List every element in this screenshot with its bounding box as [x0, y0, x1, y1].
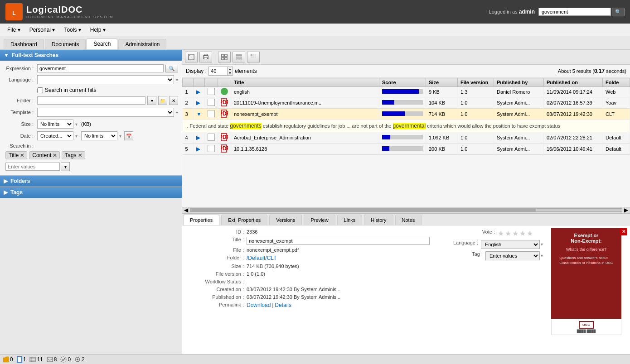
col-file-version[interactable]: File version [458, 78, 494, 87]
thumb-close-btn[interactable]: ✕ [620, 228, 627, 235]
tab-ext-properties[interactable]: Ext. Properties [221, 215, 267, 225]
row-expand[interactable]: ▶ [194, 132, 205, 144]
tab-preview[interactable]: Preview [304, 215, 335, 225]
tab-history[interactable]: History [364, 215, 393, 225]
toolbar-view1-btn[interactable] [185, 52, 198, 62]
row-action-icon[interactable] [204, 109, 218, 120]
expression-input[interactable] [37, 64, 164, 72]
folder-input[interactable] [37, 96, 145, 105]
size-select[interactable]: No limits < 100 KB < 1 MB [37, 120, 73, 129]
row-action-icon[interactable] [204, 87, 218, 97]
display-count-up[interactable]: ▲ [227, 67, 233, 71]
star-1[interactable]: ★ [498, 229, 504, 238]
global-search-area[interactable]: 🔍 [538, 8, 625, 16]
hscroll-track[interactable] [190, 208, 622, 212]
row-expand[interactable]: ▶ [194, 87, 205, 97]
date-range-select[interactable]: No limits [81, 131, 117, 140]
global-search-input[interactable] [538, 8, 611, 16]
detail-language-select[interactable]: English French German Spanish [481, 240, 540, 249]
row-action-icon[interactable] [204, 97, 218, 109]
detail-tag-select[interactable]: Enter values [485, 251, 540, 260]
download-link[interactable]: Download [247, 302, 271, 308]
col-published-on[interactable]: Published on [544, 78, 603, 87]
svg-rect-11 [236, 55, 242, 56]
row-expand[interactable]: ▶ [194, 97, 205, 109]
results-table[interactable]: Title Score Size File version Published … [182, 78, 630, 207]
search-button[interactable]: 🔍 [165, 65, 178, 72]
folder-browse-btn[interactable]: 📁 [158, 96, 167, 105]
star-2[interactable]: ★ [505, 229, 511, 238]
col-title[interactable]: Title [231, 78, 379, 87]
language-row: Language : English French German Spanish… [439, 240, 543, 249]
tab-administration[interactable]: Administration [118, 39, 166, 49]
tag-chip-tags-remove[interactable]: ✕ [78, 153, 82, 158]
current-hits-checkbox[interactable] [37, 87, 43, 93]
display-count-down[interactable]: ▼ [227, 71, 233, 75]
tab-notes[interactable]: Notes [395, 215, 422, 225]
row-action-icon[interactable] [204, 132, 218, 144]
row-action-icon[interactable] [204, 144, 218, 155]
col-folder[interactable]: Folde [603, 78, 630, 87]
row-title[interactable]: Acrobat_Enterprise_Administration [231, 132, 379, 144]
global-search-button[interactable]: 🔍 [612, 8, 625, 16]
table-row[interactable]: 4 ▶ PDF Acrobat_Enterprise_Administratio… [183, 132, 630, 144]
folders-section-header[interactable]: ▶ Folders [0, 176, 182, 187]
date-select[interactable]: Created... [37, 131, 73, 140]
menu-personal[interactable]: Personal ▾ [26, 25, 59, 34]
folder-clear-btn[interactable]: ✕ [169, 96, 178, 105]
col-size[interactable]: Size [426, 78, 458, 87]
toolbar-view2-btn[interactable] [218, 52, 231, 62]
toolbar-col-btn[interactable] [233, 52, 245, 62]
tag-chip-content-remove[interactable]: ✕ [53, 153, 57, 158]
toolbar-print-btn[interactable] [199, 52, 212, 62]
language-select[interactable]: English French German Spanish [37, 75, 174, 84]
col-published-by[interactable]: Published by [494, 78, 544, 87]
table-row-selected[interactable]: 3 ▼ PDF nonexempt_exempt [183, 109, 630, 120]
menu-tools[interactable]: Tools ▾ [60, 25, 84, 34]
template-select[interactable] [37, 108, 174, 117]
star-5[interactable]: ★ [527, 229, 533, 238]
row-title[interactable]: english [231, 87, 379, 97]
details-link[interactable]: Details [275, 302, 291, 308]
tab-versions[interactable]: Versions [269, 215, 302, 225]
vote-stars: ★ ★ ★ ★ ★ [498, 229, 533, 238]
menu-help[interactable]: Help ▾ [87, 25, 109, 34]
tab-links[interactable]: Links [337, 215, 363, 225]
values-dropdown-btn[interactable]: ▾ [61, 162, 70, 171]
row-title[interactable]: 10.1.1.35.6128 [231, 144, 379, 155]
table-row[interactable]: 5 ▶ PDF 10.1.1.35.6128 [183, 144, 630, 155]
hscroll-left-arrow[interactable]: ◀ [184, 207, 188, 213]
display-label: Display : [186, 68, 207, 74]
row-expand[interactable]: ▼ [194, 109, 205, 120]
display-count-input-wrap[interactable]: ▲ ▼ [208, 67, 233, 76]
folder-link[interactable]: /Default/CLT [247, 255, 276, 261]
table-row[interactable]: 1 ▶ english [183, 87, 630, 97]
row-title[interactable]: 20111019-UnemploymentInsurance,n... [231, 97, 379, 109]
detail-title-input[interactable] [247, 237, 430, 245]
star-3[interactable]: ★ [512, 229, 519, 238]
menu-file[interactable]: File ▾ [4, 25, 24, 34]
horizontal-scrollbar[interactable]: ◀ ▶ [182, 207, 630, 213]
hscroll-thumb[interactable] [190, 209, 536, 211]
row-num: 3 [183, 109, 194, 120]
folder-dropdown-btn[interactable]: ▾ [147, 96, 156, 105]
tag-chip-title-remove[interactable]: ✕ [20, 153, 24, 158]
table-row[interactable]: 2 ▶ PDF 20111019-UnemploymentInsurance,n… [183, 97, 630, 109]
star-4[interactable]: ★ [519, 229, 526, 238]
row-title[interactable]: nonexempt_exempt [231, 109, 379, 120]
display-count-input[interactable] [209, 67, 227, 75]
tags-section-header[interactable]: ▶ Tags [0, 187, 182, 198]
date-calendar-btn[interactable]: 📅 [124, 131, 133, 140]
values-input[interactable] [5, 163, 60, 171]
search-section-header[interactable]: ▼ Full-text Searches [0, 50, 182, 61]
vote-label: Vote : [439, 229, 498, 238]
hscroll-right-arrow[interactable]: ▶ [624, 207, 628, 213]
tab-dashboard[interactable]: Dashboard [4, 39, 44, 49]
toolbar-grid-btn[interactable] [247, 52, 260, 62]
tab-documents[interactable]: Documents [45, 39, 86, 49]
detail-panel: ID : 2336 Title : File : nonexempt_exemp… [182, 225, 630, 354]
row-expand[interactable]: ▶ [194, 144, 205, 155]
col-score[interactable]: Score [379, 78, 426, 87]
tab-properties[interactable]: Properties [183, 215, 219, 225]
tab-search[interactable]: Search [87, 38, 117, 49]
